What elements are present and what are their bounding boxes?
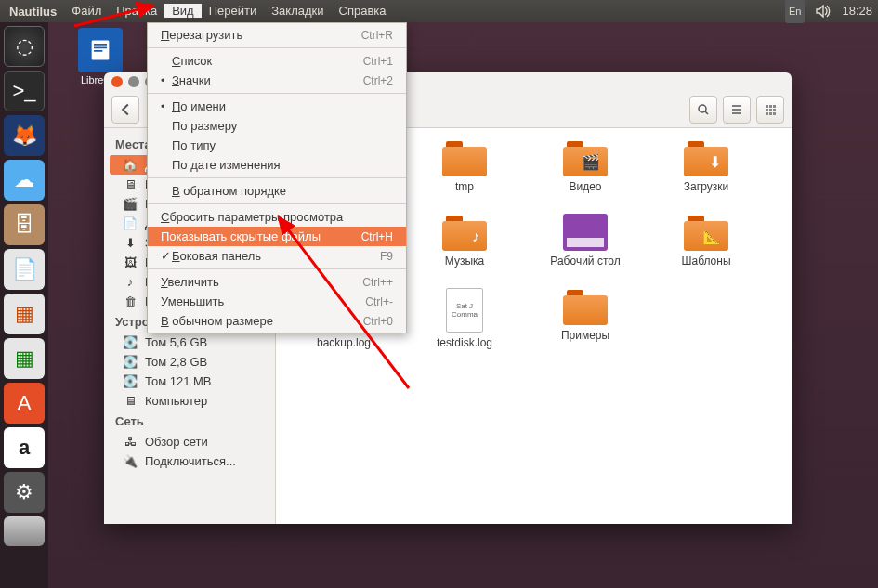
item-label: Видео xyxy=(569,180,601,193)
menu-Закладки[interactable]: Закладки xyxy=(264,4,331,18)
sound-icon[interactable] xyxy=(810,0,836,22)
menu-item[interactable]: ПерезагрузитьCtrl+R xyxy=(148,25,406,45)
menu-item[interactable]: В обратном порядке xyxy=(148,181,406,201)
shortcut-label: Ctrl+R xyxy=(361,29,393,42)
document-icon xyxy=(78,28,123,72)
item-label: tmp xyxy=(455,180,474,193)
menu-item[interactable]: По дате изменения xyxy=(148,155,406,175)
menu-item[interactable]: По размеру xyxy=(148,116,406,136)
computer-icon: 🖥 xyxy=(123,394,138,408)
svg-rect-7 xyxy=(773,105,776,108)
folder-icon: ♪ xyxy=(442,214,487,251)
folder-item[interactable]: tmp xyxy=(404,139,525,214)
lang-indicator[interactable]: En xyxy=(780,0,810,22)
shortcut-label: Ctrl+1 xyxy=(363,55,393,68)
close-button[interactable] xyxy=(111,76,123,87)
sidebar-item[interactable]: 🖥Компьютер xyxy=(104,391,275,411)
menu-item-label: По имени xyxy=(172,99,393,113)
folder-item[interactable]: 📐Шаблоны xyxy=(646,214,767,288)
sidebar-item[interactable]: 🖧Обзор сети xyxy=(104,432,275,451)
launcher-dash[interactable]: ◌ xyxy=(4,26,45,67)
launcher-cloud[interactable]: ☁ xyxy=(4,160,45,201)
annotation-arrow xyxy=(65,0,167,31)
folder-item[interactable]: ⬇Загрузки xyxy=(646,139,767,214)
menu-item[interactable]: СписокCtrl+1 xyxy=(148,51,406,71)
svg-rect-3 xyxy=(94,50,102,52)
sidebar-item[interactable]: 💽Том 2,8 GB xyxy=(104,352,275,372)
unity-launcher: ◌>_🦊☁🗄📄▦▦Aa⚙ xyxy=(0,22,48,588)
menu-item-label: Перезагрузить xyxy=(161,28,361,42)
menu-Перейти[interactable]: Перейти xyxy=(202,4,265,18)
menu-item-label: По типу xyxy=(172,138,393,152)
menu-item-label: Значки xyxy=(172,73,363,87)
minimize-button[interactable] xyxy=(128,76,139,87)
launcher-settings[interactable]: ⚙ xyxy=(4,472,45,513)
sidebar-item-label: Подключиться... xyxy=(145,454,236,468)
item-label: testdisk.log xyxy=(437,336,492,349)
connect-icon: 🔌 xyxy=(123,454,138,468)
launcher-ff[interactable]: 🦊 xyxy=(4,115,45,156)
launcher-impress[interactable]: ▦ xyxy=(4,294,45,334)
menu-item[interactable]: •ЗначкиCtrl+2 xyxy=(148,71,406,90)
view-list-button[interactable] xyxy=(723,96,751,124)
folder-icon: 🎬 xyxy=(563,139,608,176)
sidebar-item[interactable]: 💽Том 121 MB xyxy=(104,372,275,391)
music-icon: ♪ xyxy=(123,275,138,289)
folder-item[interactable]: Примеры xyxy=(525,288,646,362)
svg-rect-10 xyxy=(773,109,776,111)
svg-rect-6 xyxy=(769,105,772,108)
desktop-icon: 🖥 xyxy=(123,177,138,191)
item-label: Примеры xyxy=(561,329,609,342)
folder-item[interactable]: 🎬Видео xyxy=(525,139,646,214)
annotation-arrow xyxy=(269,212,427,400)
launcher-writer[interactable]: 📄 xyxy=(4,249,45,290)
launcher-term[interactable]: >_ xyxy=(4,71,45,111)
svg-rect-1 xyxy=(94,44,107,46)
sidebar-item[interactable]: 🔌Подключиться... xyxy=(104,451,275,471)
launcher-amz[interactable]: a xyxy=(4,427,45,468)
drive-icon: 💽 xyxy=(123,355,138,369)
check-icon: ✓ xyxy=(161,249,172,263)
item-label: Шаблоны xyxy=(681,255,730,268)
sidebar-item-label: Компьютер xyxy=(145,394,207,408)
home-icon: 🏠 xyxy=(123,158,138,172)
download-icon: ⬇ xyxy=(123,236,138,250)
folder-icon xyxy=(442,139,487,176)
folder-item[interactable]: Рабочий стол xyxy=(525,214,646,288)
svg-rect-9 xyxy=(769,109,772,111)
menu-item[interactable]: По типу xyxy=(148,136,406,155)
search-button[interactable] xyxy=(689,96,717,124)
item-label: Музыка xyxy=(445,255,484,268)
item-label: Рабочий стол xyxy=(550,255,620,268)
menu-item-label: По дате изменения xyxy=(172,158,393,172)
clock[interactable]: 18:28 xyxy=(836,0,878,22)
drive-icon: 💽 xyxy=(123,374,138,388)
svg-rect-5 xyxy=(766,105,768,108)
menu-Вид[interactable]: Вид xyxy=(164,4,202,18)
launcher-files[interactable]: 🗄 xyxy=(4,204,45,245)
sidebar-item[interactable]: 💽Том 5,6 GB xyxy=(104,333,275,352)
launcher-stack[interactable] xyxy=(4,516,45,546)
image-icon: 🖼 xyxy=(123,255,138,269)
menu-item[interactable]: •По имени xyxy=(148,97,406,116)
app-name: Nautilus xyxy=(0,5,64,19)
menu-item-label: В обратном порядке xyxy=(172,184,393,198)
launcher-calc[interactable]: ▦ xyxy=(4,338,45,379)
menu-Справка[interactable]: Справка xyxy=(332,4,394,18)
back-button[interactable] xyxy=(111,96,139,124)
svg-rect-2 xyxy=(94,47,107,49)
sidebar-item-label: Том 121 MB xyxy=(145,374,212,388)
view-grid-button[interactable] xyxy=(756,96,784,124)
folder-icon: 📐 xyxy=(684,214,728,251)
sidebar-item-label: Том 2,8 GB xyxy=(145,355,207,369)
svg-rect-12 xyxy=(769,112,772,115)
item-label: Загрузки xyxy=(684,180,728,193)
radio-icon: • xyxy=(161,99,172,113)
doc-icon: 📄 xyxy=(123,216,138,230)
trash-icon: 🗑 xyxy=(123,294,138,308)
svg-point-4 xyxy=(699,105,706,112)
folder-icon xyxy=(563,214,608,251)
video-icon: 🎬 xyxy=(123,197,138,211)
svg-line-14 xyxy=(74,6,153,26)
launcher-soft[interactable]: A xyxy=(4,383,45,424)
